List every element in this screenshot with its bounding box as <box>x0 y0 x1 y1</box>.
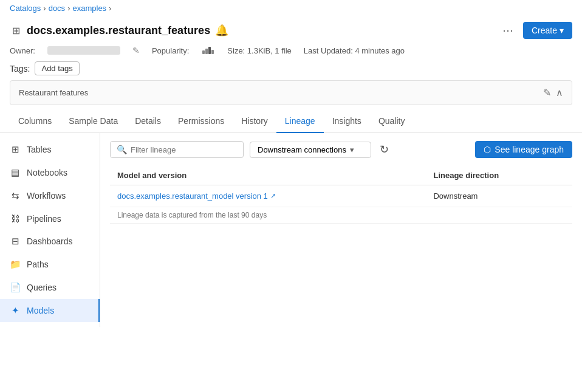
create-chevron-icon: ▾ <box>560 26 564 35</box>
edit-owner-icon[interactable]: ✎ <box>132 46 140 55</box>
model-version-text: docs.examples.restaurant_model version 1 <box>117 191 268 201</box>
size-info: Size: 1.3KiB, 1 file <box>227 46 292 55</box>
more-options-button[interactable]: ⋯ <box>498 21 518 40</box>
sidebar-label-workflows: Workflows <box>27 191 66 201</box>
create-label: Create <box>532 26 557 35</box>
tab-lineage[interactable]: Lineage <box>276 110 324 133</box>
breadcrumb: Catalogs › docs › examples › <box>10 4 111 13</box>
col-header-direction: Lineage direction <box>426 166 572 185</box>
sidebar-item-pipelines[interactable]: ⛓ Pipelines <box>0 207 100 230</box>
description-text: Restaurant features <box>19 88 88 97</box>
sidebar-item-dashboards[interactable]: ⊟ Dashboards <box>0 230 100 253</box>
col-header-model: Model and version <box>110 166 426 185</box>
page-title: docs.examples.restaurant_features <box>27 24 210 37</box>
breadcrumb-sep-1: › <box>43 4 46 13</box>
sidebar-item-models[interactable]: ✦ Models <box>0 299 100 322</box>
collapse-description-button[interactable]: ∧ <box>556 87 563 98</box>
tab-sample-data[interactable]: Sample Data <box>60 110 126 133</box>
breadcrumb-sep-2: › <box>67 4 70 13</box>
tab-quality[interactable]: Quality <box>370 110 414 133</box>
sidebar-label-dashboards: Dashboards <box>27 236 73 246</box>
sidebar-label-paths: Paths <box>27 260 49 269</box>
add-tags-button[interactable]: Add tags <box>35 61 79 75</box>
popularity-label: Popularity: <box>152 46 189 55</box>
filter-input-wrap: 🔍 <box>110 141 244 158</box>
direction-cell: Downstream <box>426 185 572 207</box>
tabs-bar: Columns Sample Data Details Permissions … <box>0 110 582 133</box>
tab-details[interactable]: Details <box>126 110 169 133</box>
lineage-panel: 🔍 Downstream connections ▾ ↻ ⬡ See linea… <box>100 133 582 327</box>
tab-permissions[interactable]: Permissions <box>169 110 233 133</box>
models-icon: ✦ <box>10 305 21 316</box>
tab-columns[interactable]: Columns <box>10 110 60 133</box>
sidebar-item-paths[interactable]: 📁 Paths <box>0 253 100 276</box>
sidebar-label-queries: Queries <box>27 283 56 292</box>
meta-row: Owner: ✎ Popularity: Size: 1.3KiB, 1 fil… <box>0 42 582 59</box>
popularity-bars <box>202 47 214 54</box>
sidebar-item-notebooks[interactable]: ▤ Notebooks <box>0 161 100 184</box>
model-version-cell: docs.examples.restaurant_model version 1… <box>110 185 426 207</box>
breadcrumb-catalogs[interactable]: Catalogs <box>10 4 41 13</box>
description-box: Restaurant features ✎ ∧ <box>10 80 572 105</box>
external-link-icon: ↗ <box>270 192 276 200</box>
breadcrumb-docs[interactable]: docs <box>49 4 65 13</box>
sidebar-label-notebooks: Notebooks <box>27 168 67 177</box>
alert-icon[interactable]: 🔔 <box>215 24 228 37</box>
lineage-note-row: Lineage data is captured from the last 9… <box>110 207 572 224</box>
lineage-note: Lineage data is captured from the last 9… <box>110 207 572 224</box>
notebooks-icon: ▤ <box>10 167 21 178</box>
sidebar-item-queries[interactable]: 📄 Queries <box>0 276 100 299</box>
pipelines-icon: ⛓ <box>10 213 21 224</box>
refresh-button[interactable]: ↻ <box>377 140 391 159</box>
owner-value <box>47 46 120 55</box>
sidebar-label-models: Models <box>27 306 54 315</box>
breadcrumb-examples[interactable]: examples <box>72 4 106 13</box>
see-lineage-graph-label: See lineage graph <box>495 145 564 154</box>
model-version-link[interactable]: docs.examples.restaurant_model version 1… <box>117 191 419 201</box>
edit-description-button[interactable]: ✎ <box>543 87 551 98</box>
queries-icon: 📄 <box>10 282 21 293</box>
lineage-graph-icon: ⬡ <box>484 145 491 154</box>
tables-icon: ⊞ <box>10 144 21 155</box>
main-content: ⊞ Tables ▤ Notebooks ⇆ Workflows ⛓ Pipel… <box>0 133 582 327</box>
sidebar: ⊞ Tables ▤ Notebooks ⇆ Workflows ⛓ Pipel… <box>0 133 100 327</box>
dropdown-selected-label: Downstream connections <box>258 145 346 154</box>
lineage-table: Model and version Lineage direction docs… <box>110 166 572 224</box>
owner-label: Owner: <box>10 46 35 55</box>
lineage-toolbar: 🔍 Downstream connections ▾ ↻ ⬡ See linea… <box>110 140 572 159</box>
workflows-icon: ⇆ <box>10 190 21 201</box>
tab-history[interactable]: History <box>233 110 276 133</box>
tab-insights[interactable]: Insights <box>324 110 370 133</box>
table-row: docs.examples.restaurant_model version 1… <box>110 185 572 207</box>
sidebar-item-workflows[interactable]: ⇆ Workflows <box>0 184 100 207</box>
sidebar-item-tables[interactable]: ⊞ Tables <box>0 138 100 161</box>
table-icon: ⊞ <box>10 24 22 36</box>
see-lineage-graph-button[interactable]: ⬡ See lineage graph <box>475 141 572 158</box>
connection-type-dropdown[interactable]: Downstream connections ▾ <box>250 142 371 158</box>
tags-label: Tags: <box>10 64 30 74</box>
tags-row: Tags: Add tags <box>0 59 582 80</box>
paths-icon: 📁 <box>10 259 21 270</box>
create-button[interactable]: Create ▾ <box>523 22 572 39</box>
breadcrumb-sep-3: › <box>109 4 111 13</box>
chevron-down-icon: ▾ <box>350 145 354 154</box>
sidebar-label-tables: Tables <box>27 145 51 154</box>
search-icon: 🔍 <box>117 145 127 154</box>
sidebar-label-pipelines: Pipelines <box>27 214 61 224</box>
last-updated: Last Updated: 4 minutes ago <box>304 46 405 55</box>
filter-lineage-input[interactable] <box>131 145 237 154</box>
dashboards-icon: ⊟ <box>10 236 21 247</box>
